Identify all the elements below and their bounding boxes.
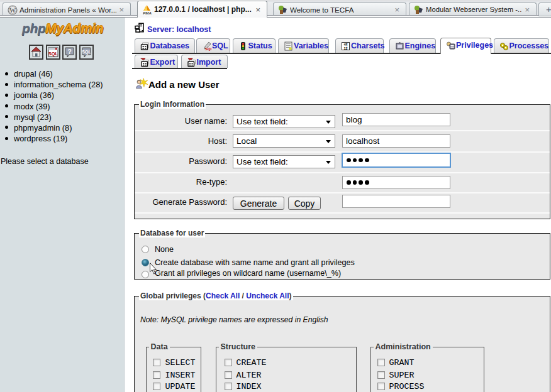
svg-text:SQL: SQL <box>205 47 211 51</box>
svg-text:12: 12 <box>344 46 348 50</box>
svg-text:SQL: SQL <box>82 50 91 55</box>
svg-text:PMA: PMA <box>143 11 152 15</box>
svg-text:?: ? <box>67 48 71 55</box>
svg-text:W: W <box>9 7 16 14</box>
svg-text:SQL: SQL <box>48 51 58 57</box>
